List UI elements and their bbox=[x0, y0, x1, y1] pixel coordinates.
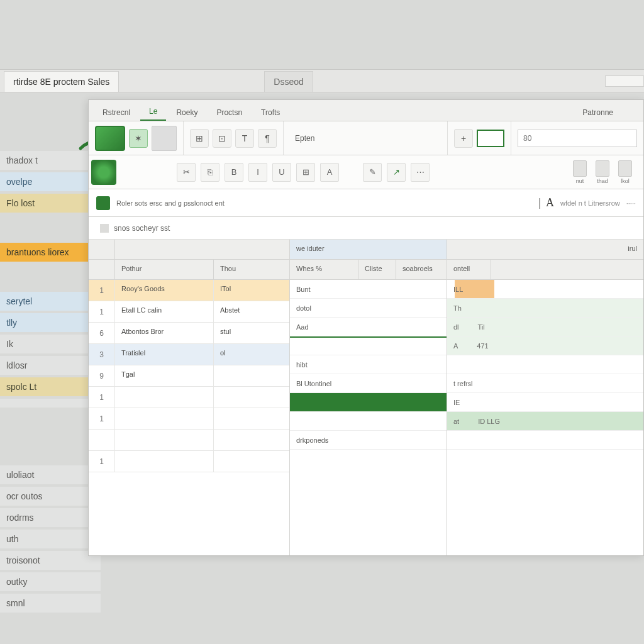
cell[interactable]: Abstet bbox=[214, 301, 289, 322]
header-cell[interactable] bbox=[89, 260, 115, 279]
backdrop-tab[interactable]: Dsseod bbox=[264, 71, 313, 92]
cell[interactable] bbox=[214, 387, 289, 408]
column-header[interactable]: soabroels bbox=[396, 260, 447, 279]
cell[interactable] bbox=[214, 365, 289, 386]
cell[interactable]: Tgal bbox=[115, 365, 214, 386]
table-row[interactable] bbox=[290, 336, 447, 355]
ribbon-tab[interactable]: Trofts bbox=[252, 104, 289, 121]
column-header[interactable]: Whes % bbox=[290, 260, 358, 279]
table-row[interactable]: Th bbox=[447, 299, 643, 318]
table-row[interactable] bbox=[447, 355, 643, 374]
table-row[interactable] bbox=[447, 431, 643, 450]
column-header[interactable]: ontell bbox=[447, 260, 491, 279]
cell[interactable]: ol bbox=[214, 344, 289, 365]
column-header[interactable]: Cliste bbox=[358, 260, 396, 279]
table-row[interactable] bbox=[290, 393, 447, 412]
header-cell[interactable] bbox=[89, 240, 115, 259]
cell[interactable]: ILL bbox=[453, 286, 463, 293]
table-row[interactable] bbox=[290, 412, 447, 431]
cell[interactable] bbox=[115, 387, 214, 408]
table-row[interactable]: 9Tgal bbox=[89, 365, 289, 387]
backdrop-tab-blank[interactable] bbox=[605, 75, 644, 87]
table-row[interactable]: Aad bbox=[290, 318, 447, 336]
column-header[interactable]: irul bbox=[447, 240, 643, 259]
ribbon-button[interactable]: ✶ bbox=[129, 129, 148, 148]
app-icon[interactable] bbox=[95, 126, 125, 151]
table-row[interactable]: atID LLG bbox=[447, 412, 643, 431]
sidebar-item[interactable]: serytel bbox=[0, 292, 101, 311]
column-header[interactable]: we iduter bbox=[290, 240, 447, 259]
cell[interactable] bbox=[214, 408, 289, 429]
table-row[interactable]: ILL bbox=[447, 280, 643, 299]
cell[interactable] bbox=[214, 451, 289, 472]
cell[interactable]: dl bbox=[453, 323, 459, 331]
table-row[interactable]: 1Etall LC calinAbstet bbox=[89, 301, 289, 323]
toolbar-button[interactable]: B bbox=[225, 163, 243, 182]
toolbar-button[interactable]: ✂ bbox=[177, 163, 196, 182]
cell[interactable]: stul bbox=[214, 323, 289, 343]
toolbar-button[interactable]: U bbox=[272, 163, 291, 182]
sidebar-item[interactable]: rodrms bbox=[0, 508, 101, 527]
sidebar-item[interactable]: tlly bbox=[0, 313, 101, 332]
sidebar-item[interactable]: ocr outos bbox=[0, 487, 101, 506]
sidebar-item[interactable]: troisonot bbox=[0, 551, 101, 570]
cell[interactable]: A bbox=[453, 342, 458, 350]
cell[interactable]: IE bbox=[453, 399, 460, 406]
cell[interactable]: Rooy's Goods bbox=[115, 280, 214, 301]
toolbar-button[interactable]: ⋯ bbox=[411, 163, 430, 182]
sidebar-item[interactable]: Flo lost bbox=[0, 194, 101, 213]
table-row[interactable]: 1 bbox=[89, 451, 289, 472]
ribbon-mini-item[interactable]: lkol bbox=[618, 160, 632, 184]
sidebar-item[interactable]: spolc Lt bbox=[0, 377, 101, 396]
sidebar-item[interactable] bbox=[0, 399, 101, 408]
ribbon-mini-item[interactable]: thad bbox=[596, 160, 609, 184]
cell[interactable] bbox=[214, 430, 289, 450]
cell[interactable] bbox=[115, 430, 214, 450]
column-header[interactable]: Thou bbox=[214, 260, 289, 279]
ribbon-value-box[interactable] bbox=[477, 130, 504, 147]
table-row[interactable]: 1Rooy's GoodsITol bbox=[89, 280, 289, 301]
sidebar-item[interactable]: outky bbox=[0, 572, 101, 591]
ribbon-button[interactable]: T bbox=[235, 129, 254, 148]
sidebar-item[interactable]: brantuons liorex bbox=[0, 243, 101, 262]
sidebar-item[interactable]: ldlosr bbox=[0, 356, 101, 375]
sidebar-item[interactable]: uth bbox=[0, 530, 101, 548]
ribbon-tab-right[interactable]: Patronne bbox=[574, 104, 638, 121]
column-header[interactable]: Pothur bbox=[115, 260, 214, 279]
toolbar-button[interactable]: ⊞ bbox=[296, 163, 315, 182]
cell[interactable]: t refrsl bbox=[453, 380, 473, 387]
sidebar-item[interactable]: thadox t bbox=[0, 151, 101, 170]
table-row[interactable]: 6Atbontos Brorstul bbox=[89, 323, 289, 344]
backdrop-tab[interactable]: rtirdse 8E proctem Sales bbox=[4, 71, 119, 92]
toolbar-button[interactable]: I bbox=[248, 163, 267, 182]
ribbon-mini-item[interactable]: nut bbox=[573, 160, 587, 184]
toolbar-button[interactable]: ⎘ bbox=[201, 163, 219, 182]
toolbar-button[interactable]: A bbox=[320, 163, 339, 182]
cell[interactable]: at bbox=[453, 418, 459, 425]
table-row[interactable]: A471 bbox=[447, 336, 643, 355]
ribbon-tab[interactable]: Rstrecnl bbox=[94, 104, 139, 121]
search-field[interactable] bbox=[518, 130, 637, 147]
cell[interactable]: Atbontos Bror bbox=[115, 323, 214, 343]
ribbon-button[interactable]: ¶ bbox=[258, 129, 277, 148]
table-row[interactable]: 1 bbox=[89, 408, 289, 430]
cell[interactable]: Th bbox=[453, 304, 462, 312]
logo-icon[interactable] bbox=[91, 160, 116, 185]
ribbon-button[interactable]: ⊞ bbox=[190, 129, 209, 148]
cell[interactable]: Til bbox=[478, 323, 485, 331]
table-row[interactable]: drkponeds bbox=[290, 431, 447, 450]
cell[interactable]: Etall LC calin bbox=[115, 301, 214, 322]
table-row[interactable]: dlTil bbox=[447, 318, 643, 336]
table-row[interactable] bbox=[89, 430, 289, 451]
toolbar-button[interactable]: ✎ bbox=[363, 163, 382, 182]
cell[interactable]: Tratislel bbox=[115, 344, 214, 365]
ribbon-button[interactable]: ⊡ bbox=[213, 129, 231, 148]
cell[interactable]: ITol bbox=[214, 280, 289, 301]
table-row[interactable]: dotol bbox=[290, 299, 447, 318]
table-row[interactable]: Bunt bbox=[290, 280, 447, 299]
table-row[interactable]: 3Tratislelol bbox=[89, 344, 289, 365]
sidebar-item[interactable]: ovelpe bbox=[0, 172, 101, 191]
ribbon-tab[interactable]: Proctsn bbox=[208, 104, 251, 121]
sidebar-item[interactable]: Ik bbox=[0, 335, 101, 353]
cell[interactable] bbox=[115, 451, 214, 472]
